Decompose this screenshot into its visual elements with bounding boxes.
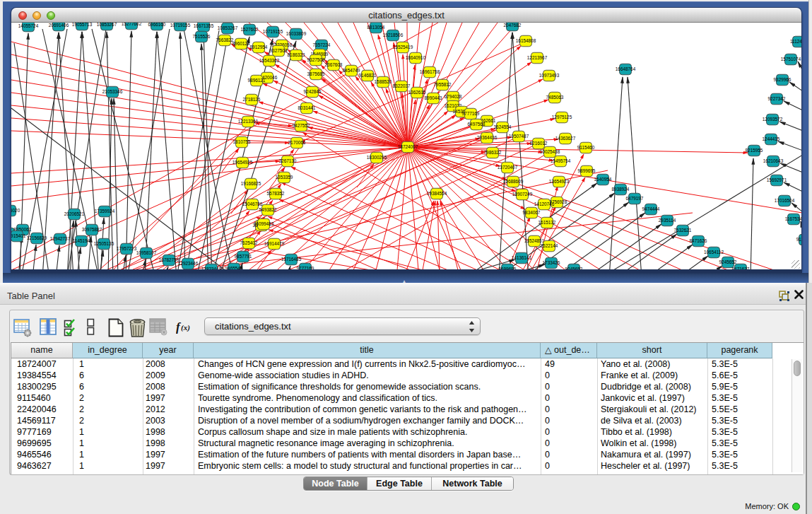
svg-text:12923446: 12923446 [178, 261, 199, 266]
svg-text:16961758: 16961758 [420, 69, 440, 74]
svg-text:7955812: 7955812 [434, 82, 452, 87]
svg-text:15277602: 15277602 [122, 23, 142, 26]
svg-text:9427552: 9427552 [293, 123, 310, 128]
svg-text:9115460: 9115460 [577, 145, 595, 150]
svg-text:15046786: 15046786 [242, 201, 263, 206]
svg-text:2367608: 2367608 [325, 62, 343, 67]
svg-text:16782759: 16782759 [159, 257, 180, 262]
svg-text:5578352: 5578352 [267, 191, 285, 196]
svg-text:1353359: 1353359 [276, 175, 293, 180]
svg-text:19218506: 19218506 [383, 33, 404, 37]
svg-text:10958107: 10958107 [136, 250, 157, 255]
svg-text:18640910: 18640910 [406, 55, 426, 60]
svg-text:8454749: 8454749 [343, 68, 360, 73]
svg-text:20691406: 20691406 [49, 23, 69, 28]
svg-text:7357224: 7357224 [313, 42, 331, 47]
svg-text:10853267: 10853267 [218, 25, 238, 30]
svg-text:13524851: 13524851 [524, 238, 545, 243]
svg-text:13654923: 13654923 [549, 179, 570, 184]
svg-text:12213967: 12213967 [527, 55, 548, 60]
svg-text:9899695: 9899695 [578, 168, 596, 173]
svg-text:10853267: 10853267 [97, 23, 117, 27]
svg-text:10719155: 10719155 [170, 23, 191, 28]
svg-text:9834067: 9834067 [523, 210, 541, 215]
svg-text:1588520: 1588520 [375, 79, 392, 84]
svg-text:9474444: 9474444 [642, 206, 660, 211]
svg-text:19166825: 19166825 [241, 181, 261, 186]
svg-text:16154808: 16154808 [516, 38, 536, 43]
svg-text:21053346: 21053346 [102, 89, 123, 94]
svg-text:3915401: 3915401 [11, 233, 26, 238]
svg-text:15751074: 15751074 [781, 57, 801, 62]
svg-text:15495754: 15495754 [551, 158, 571, 163]
svg-text:16671355: 16671355 [194, 23, 214, 28]
svg-text:20364436: 20364436 [477, 135, 498, 140]
svg-text:10654112: 10654112 [704, 250, 724, 255]
svg-text:1640954: 1640954 [594, 177, 612, 182]
svg-text:1167534: 1167534 [785, 216, 801, 221]
svg-text:1112453: 1112453 [790, 39, 801, 44]
svg-text:2718126: 2718126 [243, 97, 261, 102]
svg-text:12505135: 12505135 [94, 241, 114, 246]
svg-text:6216012: 6216012 [530, 141, 548, 146]
svg-text:15692971: 15692971 [767, 177, 787, 182]
svg-text:10507487: 10507487 [509, 134, 529, 139]
svg-text:3624554: 3624554 [494, 124, 512, 129]
svg-text:18907249: 18907249 [512, 192, 533, 197]
svg-text:20206521: 20206521 [64, 211, 85, 216]
svg-text:19654925: 19654925 [233, 160, 253, 165]
svg-text:6479197: 6479197 [626, 196, 644, 201]
svg-text:8471626: 8471626 [690, 238, 707, 243]
svg-text:9146821: 9146821 [359, 73, 377, 78]
svg-text:14120746: 14120746 [534, 201, 555, 206]
svg-text:1615132: 1615132 [539, 220, 556, 225]
svg-text:14136141: 14136141 [512, 255, 532, 260]
svg-text:17016504: 17016504 [775, 198, 795, 203]
svg-text:7986322: 7986322 [484, 150, 502, 155]
svg-text:13716485: 13716485 [281, 257, 302, 262]
svg-text:13720407: 13720407 [498, 165, 518, 170]
svg-text:9857791: 9857791 [235, 254, 252, 259]
svg-text:30975887: 30975887 [82, 227, 102, 232]
svg-text:12156829: 12156829 [27, 235, 47, 240]
svg-text:8322037: 8322037 [393, 83, 411, 88]
svg-text:1527602: 1527602 [241, 27, 259, 32]
svg-text:8912954: 8912954 [250, 45, 268, 49]
svg-text:1733426: 1733426 [543, 260, 560, 265]
svg-text:(x): (x) [181, 323, 190, 332]
svg-text:9242845: 9242845 [304, 89, 322, 94]
svg-text:10025438: 10025438 [540, 149, 560, 154]
svg-text:16648764: 16648764 [616, 66, 636, 71]
svg-text:7485063: 7485063 [546, 95, 564, 100]
svg-text:9896121: 9896121 [248, 78, 266, 83]
svg-text:1244415: 1244415 [763, 136, 780, 141]
svg-text:7663822: 7663822 [216, 37, 234, 42]
svg-text:1362615: 1362615 [408, 90, 426, 95]
svg-text:8938924: 8938924 [612, 187, 630, 192]
svg-text:1145194: 1145194 [73, 238, 90, 243]
svg-text:16099483: 16099483 [254, 221, 274, 226]
svg-text:5493822: 5493822 [259, 207, 277, 212]
svg-text:10973493: 10973493 [539, 73, 560, 78]
svg-text:8031441: 8031441 [298, 105, 316, 110]
svg-text:9227342: 9227342 [768, 96, 786, 101]
svg-text:2170066: 2170066 [288, 140, 306, 145]
svg-text:6497568: 6497568 [468, 122, 486, 127]
svg-text:16543362: 16543362 [259, 58, 280, 63]
svg-text:7515526: 7515526 [193, 34, 211, 39]
svg-text:16210643: 16210643 [763, 158, 784, 163]
svg-text:14055724: 14055724 [18, 23, 39, 28]
svg-text:1810755: 1810755 [233, 139, 251, 144]
svg-text:8186323: 8186323 [288, 52, 305, 57]
svg-text:17359924: 17359924 [95, 209, 115, 214]
svg-text:10688609: 10688609 [503, 179, 524, 184]
svg-text:19384554: 19384554 [427, 191, 447, 196]
svg-text:19055713: 19055713 [72, 23, 93, 27]
svg-text:18300295: 18300295 [367, 155, 387, 160]
svg-text:6966160: 6966160 [148, 23, 166, 27]
svg-text:17957223: 17957223 [117, 246, 137, 251]
svg-text:10719155: 10719155 [263, 29, 283, 34]
svg-text:9327508: 9327508 [307, 57, 325, 62]
svg-text:8813054: 8813054 [367, 25, 385, 30]
svg-text:7632621: 7632621 [674, 228, 692, 233]
